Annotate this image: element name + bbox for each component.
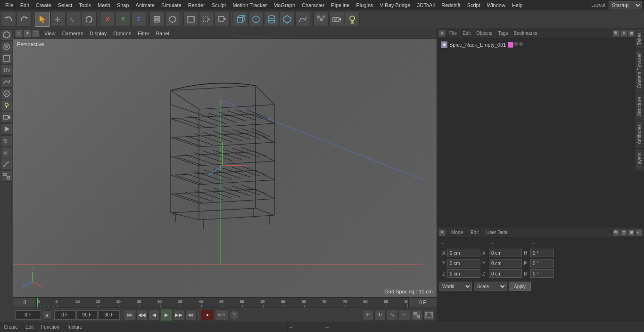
vp-menu-view[interactable]: View — [42, 30, 58, 37]
sidebar-spline-btn[interactable] — [1, 76, 12, 88]
attr-x-size[interactable] — [489, 249, 522, 257]
obj-row-spice-rack[interactable]: ▣ Spice_Rack_Empty_001 — [439, 40, 642, 49]
attr-search-icon[interactable]: 🔍 — [613, 229, 619, 236]
sidebar-sculpt-btn[interactable] — [1, 88, 12, 99]
attr-z-rot[interactable] — [530, 269, 554, 278]
sidebar-paint-btn[interactable] — [1, 41, 12, 52]
param-key-btn[interactable]: P — [399, 309, 410, 321]
menu-mesh[interactable]: Mesh — [94, 1, 114, 9]
sidebar-uv-btn[interactable]: UV — [1, 65, 12, 76]
max-frame-field-2[interactable] — [99, 310, 120, 320]
attr-expand-icon[interactable]: ⊞ — [628, 229, 635, 236]
viewport-3d[interactable]: Perspective Grid Spacing : 10 cm Z X Y — [13, 39, 437, 297]
sidebar-model-btn[interactable] — [1, 29, 12, 40]
min-frame-field[interactable] — [54, 310, 75, 320]
transport-first-frame[interactable]: ⏮ — [124, 309, 135, 321]
menu-3dtoall[interactable]: 3DToAll — [413, 1, 438, 9]
attr-userdata-btn[interactable]: User Data — [484, 229, 509, 235]
poly-mode-button[interactable] — [165, 12, 180, 27]
rotate-tool-button[interactable] — [82, 12, 97, 27]
menu-help[interactable]: Help — [509, 1, 526, 9]
attr-settings-icon[interactable]: ⚙ — [620, 229, 627, 236]
attr-z-pos[interactable] — [447, 269, 480, 278]
timeline-ruler[interactable]: 0 5 10 15 20 25 30 35 40 45 50 55 60 — [37, 298, 408, 308]
sidebar-xref-btn[interactable]: S — [1, 135, 12, 146]
attr-y-size[interactable] — [489, 259, 522, 267]
vp-menu-filter[interactable]: Filter — [136, 30, 151, 37]
obj-settings-icon[interactable]: ⚙ — [620, 30, 627, 37]
vp-icon-3[interactable]: ⛶ — [32, 30, 40, 37]
move-tool-button[interactable]: ✛ — [50, 12, 66, 27]
side-tab-content-browser[interactable]: Content Browser — [636, 49, 644, 92]
max-frame-field-1[interactable] — [76, 310, 98, 320]
side-tab-layers[interactable]: Layers — [636, 148, 644, 171]
cylinder-button[interactable] — [264, 12, 279, 27]
mat-function-btn[interactable]: Function — [39, 324, 61, 330]
menu-select[interactable]: Select — [55, 1, 76, 9]
obj-edit-btn[interactable]: Edit — [461, 30, 472, 36]
scale-key-btn[interactable]: ⤡ — [387, 309, 398, 321]
scale-tool-button[interactable]: ⤡ — [66, 12, 81, 27]
obj-objects-btn[interactable]: Objects — [474, 30, 494, 36]
menu-pipeline[interactable]: Pipeline — [328, 1, 353, 9]
attr-mode-btn[interactable]: Mode — [449, 229, 465, 235]
menu-sculpt[interactable]: Sculpt — [208, 1, 230, 9]
help-btn[interactable]: ? — [229, 310, 239, 320]
sidebar-s-btn[interactable]: ⊛ — [1, 147, 12, 158]
cube-button[interactable] — [233, 12, 248, 27]
checkerboard-key-btn[interactable] — [411, 309, 422, 321]
attr-x-pos[interactable] — [447, 249, 480, 257]
film-key-btn[interactable] — [423, 309, 435, 321]
menu-simulate[interactable]: Simulate — [158, 1, 185, 9]
move-key-btn[interactable]: ✛ — [362, 309, 373, 321]
attr-x-rot[interactable] — [530, 249, 554, 257]
attr-y-pos[interactable] — [447, 259, 480, 267]
menu-file[interactable]: File — [2, 1, 17, 9]
obj-tags-btn[interactable]: Tags — [496, 30, 510, 36]
menu-character[interactable]: Character — [298, 1, 328, 9]
menu-snap[interactable]: Snap — [114, 1, 132, 9]
render-film-button[interactable] — [183, 12, 198, 27]
key-btn[interactable]: KEY — [215, 309, 228, 321]
menu-script[interactable]: Script — [464, 1, 484, 9]
transport-next-frame[interactable]: ▶▶ — [173, 309, 184, 321]
attr-more-icon[interactable]: ⋯ — [636, 229, 642, 236]
sidebar-light-btn[interactable] — [1, 100, 12, 111]
undo-button[interactable] — [1, 12, 16, 27]
rot-key-btn[interactable]: ↻ — [374, 309, 386, 321]
axis-x-button[interactable]: X — [100, 12, 115, 27]
vp-menu-cameras[interactable]: Cameras — [60, 30, 85, 37]
select-tool-button[interactable] — [35, 12, 50, 27]
checker-button[interactable] — [314, 12, 329, 27]
side-tab-structure[interactable]: Structure — [636, 93, 644, 121]
side-tab-takes[interactable]: Takes — [636, 28, 644, 49]
render-region-button[interactable] — [199, 12, 214, 27]
sphere-button[interactable] — [248, 12, 264, 27]
render-anim-button[interactable] — [215, 12, 230, 27]
camera-button[interactable] — [329, 12, 344, 27]
menu-render[interactable]: Render — [185, 1, 208, 9]
frame-up-btn[interactable]: ▲ — [43, 310, 51, 320]
obj-file-btn[interactable]: File — [447, 30, 459, 36]
vp-menu-options[interactable]: Options — [111, 30, 133, 37]
vp-icon-1[interactable]: ⊡ — [15, 30, 23, 37]
sidebar-camera-btn[interactable] — [1, 112, 12, 123]
obj-dot-green[interactable] — [514, 42, 518, 46]
transport-play[interactable]: ▶ — [161, 309, 172, 321]
sidebar-snap-btn[interactable] — [1, 170, 12, 182]
obj-icon-1[interactable]: ≡ — [439, 30, 446, 37]
vp-icon-2[interactable]: ✛ — [24, 30, 31, 37]
obj-dot-gray[interactable] — [519, 42, 523, 46]
mat-edit-btn[interactable]: Edit — [24, 324, 35, 330]
light-button[interactable] — [345, 12, 360, 27]
menu-tools[interactable]: Tools — [75, 1, 94, 9]
object-mode-button[interactable] — [149, 12, 165, 27]
menu-create[interactable]: Create — [33, 1, 55, 9]
transport-prev-key[interactable]: ◀◀ — [136, 309, 148, 321]
attr-y-rot[interactable] — [530, 259, 554, 267]
apply-button[interactable]: Apply — [509, 282, 531, 291]
poly-object-button[interactable] — [280, 12, 295, 27]
attr-edit-btn[interactable]: Edit — [469, 229, 480, 235]
menu-edit[interactable]: Edit — [17, 1, 33, 9]
current-frame-field[interactable] — [15, 310, 41, 320]
